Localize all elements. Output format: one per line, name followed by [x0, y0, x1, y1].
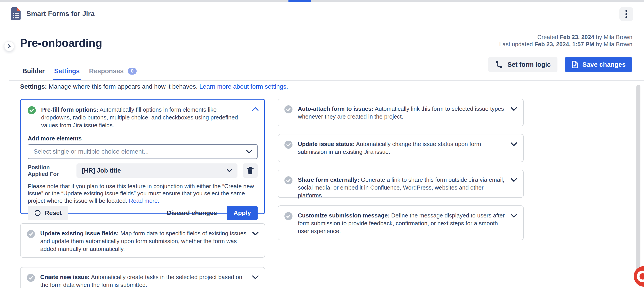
page-title: Pre-onboarding — [20, 37, 102, 50]
card-description: Update issue status: Automatically chang… — [298, 140, 508, 156]
expand-chevron-down-icon[interactable] — [252, 232, 258, 235]
card-auto-attach-form: Auto-attach form to issues: Automaticall… — [278, 99, 524, 126]
settings-intro: Settings: Manage where this form appears… — [20, 83, 288, 90]
tab-loading-indicator — [288, 0, 311, 2]
mapping-row: Position Applied For [HR] Job title — [28, 163, 258, 178]
reset-button[interactable]: Reset — [28, 206, 68, 220]
trash-icon — [247, 167, 254, 174]
created-date: Feb 23, 2024 — [560, 34, 594, 40]
card-description: Auto-attach form to issues: Automaticall… — [298, 105, 508, 121]
status-disabled-icon — [284, 105, 292, 121]
card-description: Create new issue: Automatically create t… — [40, 273, 250, 288]
expand-chevron-down-icon[interactable] — [511, 143, 517, 146]
card-create-new-issue: Create new issue: Automatically create t… — [20, 267, 265, 288]
card-description: Customize submission message: Define the… — [298, 212, 508, 235]
mapping-element-label: Position Applied For — [28, 164, 71, 177]
help-floating-button[interactable] — [634, 266, 644, 287]
set-form-logic-button[interactable]: Set form logic — [488, 57, 557, 72]
prefill-actions: Reset Discard changes Apply — [28, 206, 258, 220]
element-select-placeholder: Select single or multiple choice element… — [34, 148, 149, 155]
add-more-elements-label: Add more elements — [28, 135, 258, 142]
chevron-right-icon — [7, 44, 12, 48]
delete-mapping-button[interactable] — [243, 163, 258, 178]
app-logo-icon — [11, 7, 20, 20]
read-more-link[interactable]: Read more. — [129, 197, 159, 204]
more-options-button[interactable] — [620, 7, 633, 21]
expand-chevron-down-icon[interactable] — [511, 214, 517, 217]
card-description: Share form externally: Generate a link t… — [298, 176, 508, 199]
card-header[interactable]: Update existing issue fields: Map form d… — [20, 224, 265, 259]
card-prefill-form-options: Pre-fill form options: Automatically fil… — [20, 99, 265, 214]
status-enabled-icon — [28, 106, 36, 129]
app-title: Smart Forms for Jira — [26, 10, 94, 18]
card-header[interactable]: Customize submission message: Define the… — [278, 206, 523, 241]
card-update-issue-status: Update issue status: Automatically chang… — [278, 134, 524, 162]
status-disabled-icon — [284, 176, 292, 199]
collapse-chevron-up-icon[interactable] — [252, 107, 258, 111]
tab-responses[interactable]: Responses 0 — [89, 67, 137, 75]
tabs-divider — [10, 80, 644, 81]
learn-more-link[interactable]: Learn more about form settings. — [200, 83, 288, 90]
card-share-form-externally: Share form externally: Generate a link t… — [278, 170, 524, 198]
expand-chevron-down-icon[interactable] — [511, 178, 517, 182]
kebab-icon — [626, 10, 627, 18]
status-disabled-icon — [27, 274, 35, 288]
card-header[interactable]: Pre-fill form options: Automatically fil… — [28, 106, 258, 129]
branch-icon — [495, 60, 503, 69]
prefill-note: Please note that if you plan to use this… — [28, 183, 258, 204]
tab-bar: Builder Settings Responses 0 — [22, 67, 137, 75]
updated-line: Last updated Feb 23, 2024, 1:57 PM by Mi… — [499, 41, 632, 48]
tab-builder[interactable]: Builder — [22, 67, 45, 75]
created-by: by Mila Brown — [596, 34, 632, 40]
chevron-down-icon — [246, 150, 252, 153]
form-meta: Created Feb 23, 2024 by Mila Brown Last … — [499, 33, 632, 48]
app-header: Smart Forms for Jira — [0, 2, 644, 26]
help-icon — [637, 271, 644, 282]
jira-field-select[interactable]: [HR] Job title — [76, 163, 238, 178]
created-line: Created Feb 23, 2024 by Mila Brown — [499, 33, 632, 41]
status-disabled-icon — [284, 212, 292, 235]
card-customize-submission-message: Customize submission message: Define the… — [278, 205, 524, 240]
header-actions: Set form logic Save changes — [488, 57, 632, 72]
card-header[interactable]: Share form externally: Generate a link t… — [278, 170, 523, 205]
save-changes-button[interactable]: Save changes — [564, 57, 632, 72]
card-header[interactable]: Create new issue: Automatically create t… — [20, 268, 265, 288]
updated-date: Feb 23, 2024, 1:57 PM — [534, 41, 594, 48]
status-disabled-icon — [27, 230, 35, 253]
save-document-icon — [571, 60, 578, 69]
discard-changes-button[interactable]: Discard changes — [167, 209, 217, 217]
scrollbar-thumb[interactable] — [636, 85, 640, 273]
apply-button[interactable]: Apply — [227, 206, 258, 220]
undo-icon — [34, 209, 41, 217]
card-header[interactable]: Auto-attach form to issues: Automaticall… — [278, 99, 523, 126]
card-description: Pre-fill form options: Automatically fil… — [41, 106, 244, 129]
tab-settings[interactable]: Settings — [54, 67, 80, 75]
card-description: Update existing issue fields: Map form d… — [40, 230, 250, 253]
responses-count-badge: 0 — [128, 68, 137, 75]
sidebar-divider — [9, 27, 10, 288]
updated-by: by Mila Brown — [596, 41, 632, 48]
expand-sidebar-button[interactable] — [4, 41, 14, 51]
status-disabled-icon — [284, 141, 292, 156]
expand-chevron-down-icon[interactable] — [252, 276, 258, 279]
card-header[interactable]: Update issue status: Automatically chang… — [278, 135, 523, 162]
chevron-down-icon — [227, 169, 232, 172]
expand-chevron-down-icon[interactable] — [511, 107, 517, 111]
browser-top-strip — [0, 0, 644, 2]
element-select[interactable]: Select single or multiple choice element… — [28, 144, 258, 159]
card-update-existing-issue-fields: Update existing issue fields: Map form d… — [20, 223, 265, 258]
